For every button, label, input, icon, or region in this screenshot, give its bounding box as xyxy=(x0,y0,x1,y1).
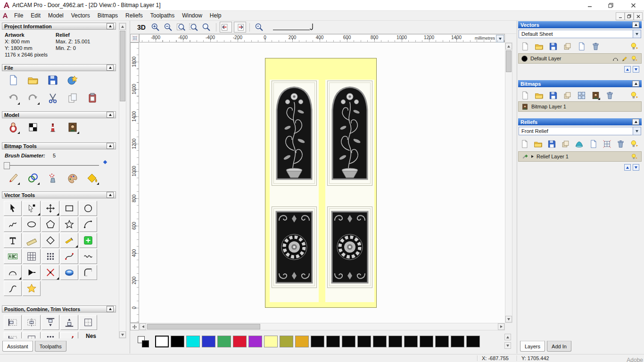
tab-add-in[interactable]: Add In xyxy=(547,341,571,352)
palette-swatch-18[interactable] xyxy=(435,336,449,347)
open-folder-icon[interactable] xyxy=(534,90,544,100)
dots-icon[interactable] xyxy=(41,249,59,264)
circle-icon[interactable] xyxy=(79,201,97,216)
polygon-icon[interactable] xyxy=(41,217,59,232)
palette-swatch-1[interactable] xyxy=(171,336,184,347)
measure-icon[interactable] xyxy=(23,233,41,248)
canvas-scroll-right[interactable] xyxy=(498,323,504,330)
collapse-button[interactable] xyxy=(107,23,114,29)
palette-swatch-13[interactable] xyxy=(357,336,371,347)
canvas-hscroll-thumb[interactable] xyxy=(147,324,260,329)
brush-diameter-slider[interactable] xyxy=(4,165,99,166)
save-icon[interactable] xyxy=(548,41,558,51)
palette-swatch-10[interactable] xyxy=(311,336,324,347)
model-checker-icon[interactable] xyxy=(26,121,40,134)
relief-layer-row[interactable]: Relief Layer 1 xyxy=(518,151,642,162)
redo-icon[interactable] xyxy=(26,91,40,105)
align-corner-icon[interactable] xyxy=(79,315,97,330)
align-top-icon[interactable] xyxy=(41,315,59,330)
menu-toolpaths[interactable]: Toolpaths xyxy=(147,11,178,20)
offset-icon[interactable] xyxy=(41,233,59,248)
node-edit-icon[interactable] xyxy=(23,201,41,216)
abc-icon[interactable] xyxy=(4,249,22,264)
chevron-down-icon[interactable] xyxy=(633,30,641,38)
monalisa-icon[interactable] xyxy=(66,121,79,134)
fillet-icon[interactable] xyxy=(79,265,97,280)
close-button[interactable] xyxy=(625,0,641,10)
text-icon[interactable] xyxy=(4,233,22,248)
paste-red-icon[interactable] xyxy=(86,91,99,105)
snap-left-icon[interactable] xyxy=(220,22,232,33)
sheet-selector[interactable]: Default Sheet xyxy=(519,30,641,38)
draw-circles-icon[interactable] xyxy=(26,172,40,185)
save-icon[interactable] xyxy=(547,139,556,148)
mdi-close-button[interactable] xyxy=(634,12,643,20)
scroll-up-button[interactable] xyxy=(119,23,126,30)
arc-icon[interactable] xyxy=(79,217,97,232)
palette-swatch-2[interactable] xyxy=(186,336,200,347)
palette-swatch-7[interactable] xyxy=(264,336,278,347)
brush-slider-handle[interactable] xyxy=(4,162,10,169)
contour-icon[interactable] xyxy=(611,55,619,63)
model-lighthouse-icon[interactable] xyxy=(46,121,59,134)
move-layer-down-button[interactable] xyxy=(633,66,639,73)
palette-icon[interactable] xyxy=(66,172,79,185)
grid-icon[interactable] xyxy=(23,249,41,264)
palette-swatch-19[interactable] xyxy=(451,336,464,347)
merge-icon[interactable] xyxy=(562,41,572,51)
merge-icon[interactable] xyxy=(562,90,572,100)
align-center-icon[interactable] xyxy=(23,315,41,330)
chevron-down-icon[interactable] xyxy=(633,127,641,135)
new-page-icon[interactable] xyxy=(577,41,586,51)
profile-icon[interactable] xyxy=(4,281,22,296)
palette-swatch-3[interactable] xyxy=(202,336,215,347)
canvas-2d-view[interactable] xyxy=(139,42,505,323)
menu-model[interactable]: Model xyxy=(44,11,67,20)
slice-icon[interactable] xyxy=(60,233,78,248)
layer-color-chip[interactable] xyxy=(521,56,528,62)
curve-dots-icon[interactable] xyxy=(60,332,78,338)
merge-icon[interactable] xyxy=(561,139,570,148)
zoom-sel-icon[interactable] xyxy=(200,22,213,33)
rect-icon[interactable] xyxy=(60,201,78,216)
save-icon[interactable] xyxy=(46,74,59,87)
brush-red-icon[interactable] xyxy=(7,172,20,185)
menu-reliefs[interactable]: Reliefs xyxy=(122,11,147,20)
transform-icon[interactable] xyxy=(41,201,59,216)
palette-swatch-8[interactable] xyxy=(280,336,293,347)
zoom-fit-icon[interactable] xyxy=(188,22,200,33)
add-relief-icon[interactable] xyxy=(521,153,528,160)
ruler-origin-button[interactable] xyxy=(130,34,139,42)
fill-yellow-icon[interactable] xyxy=(86,172,99,185)
palette-swatch-17[interactable] xyxy=(420,336,433,347)
paste-green-icon[interactable] xyxy=(79,233,97,248)
bitmap-layer-row[interactable]: Bitmap Layer 1 xyxy=(518,101,642,112)
select-arrow-icon[interactable] xyxy=(4,201,22,216)
canvas-corner-button[interactable] xyxy=(130,323,139,330)
open-folder-icon[interactable] xyxy=(534,41,544,51)
transform-grid-icon[interactable] xyxy=(603,139,611,148)
save-icon[interactable] xyxy=(548,90,558,100)
freehand-icon[interactable] xyxy=(4,217,22,232)
collapse-button[interactable] xyxy=(632,81,639,87)
menu-file[interactable]: File xyxy=(10,11,27,20)
move-relief-up-button[interactable] xyxy=(624,164,631,171)
menu-vectors[interactable]: Vectors xyxy=(67,11,94,20)
move-relief-down-button[interactable] xyxy=(633,164,639,171)
menu-help[interactable]: Help xyxy=(206,11,225,20)
new-page-icon[interactable] xyxy=(589,139,598,148)
expander-icon[interactable] xyxy=(531,155,534,158)
undo-icon[interactable] xyxy=(7,91,20,105)
pencil-icon[interactable] xyxy=(621,55,629,63)
tab-assistant[interactable]: Assistant xyxy=(2,341,33,352)
menu-window[interactable]: Window xyxy=(178,11,206,20)
minimize-button[interactable] xyxy=(582,0,598,10)
canvas-vscrollbar[interactable] xyxy=(505,42,512,323)
canvas-scroll-down[interactable] xyxy=(505,316,512,322)
palette-swatch-6[interactable] xyxy=(248,336,262,347)
collapse-button[interactable] xyxy=(107,143,114,149)
zoom-page-icon[interactable] xyxy=(175,22,187,33)
restore-button[interactable] xyxy=(603,0,619,10)
palette-swatch-9[interactable] xyxy=(295,336,309,347)
arrow-right-icon[interactable] xyxy=(23,265,41,280)
